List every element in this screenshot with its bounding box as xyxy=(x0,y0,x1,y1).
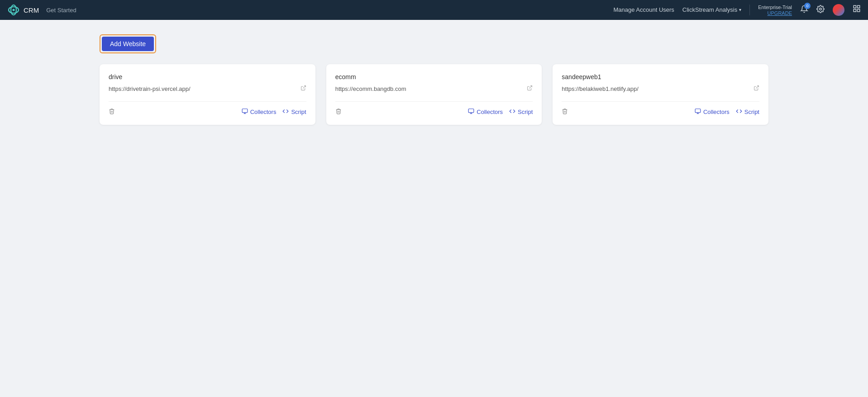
chevron-down-icon: ▾ xyxy=(739,7,741,12)
script-link[interactable]: Script xyxy=(282,108,306,116)
collectors-link[interactable]: Collectors xyxy=(468,108,503,116)
card-url-row: https://drivetrain-psi.vercel.app/ xyxy=(109,85,306,92)
card-name: drive xyxy=(109,73,306,80)
external-link-icon[interactable] xyxy=(300,85,306,92)
card-actions: Collectors Script xyxy=(335,108,533,116)
svg-point-3 xyxy=(820,8,822,10)
script-link[interactable]: Script xyxy=(509,108,533,116)
collectors-icon xyxy=(242,108,248,116)
delete-icon[interactable] xyxy=(109,108,115,116)
svg-rect-17 xyxy=(695,109,701,113)
svg-point-2 xyxy=(13,9,15,11)
collectors-icon xyxy=(695,108,701,116)
script-icon xyxy=(282,108,289,116)
card-divider xyxy=(562,101,759,102)
card-name: ecomm xyxy=(335,73,533,80)
script-label: Script xyxy=(291,109,306,115)
notification-button[interactable]: 0 xyxy=(800,5,808,15)
script-icon xyxy=(736,108,742,116)
user-avatar[interactable] xyxy=(833,4,844,16)
card-action-links: Collectors Script xyxy=(695,108,759,116)
navbar-brand: CRM xyxy=(24,6,39,14)
upgrade-link[interactable]: UPGRADE xyxy=(758,10,792,16)
card-url-row: https://ecomm.bangdb.com xyxy=(335,85,533,92)
crm-logo-icon xyxy=(7,4,20,16)
clickstream-analysis-menu[interactable]: ClickStream Analysis ▾ xyxy=(682,6,741,13)
card-action-links: Collectors Script xyxy=(468,108,533,116)
collectors-label: Collectors xyxy=(477,109,503,115)
clickstream-label: ClickStream Analysis xyxy=(682,6,737,13)
svg-rect-6 xyxy=(854,9,856,12)
external-link-icon[interactable] xyxy=(754,85,759,92)
card-actions: Collectors Script xyxy=(109,108,306,116)
trial-label: Enterprise-Trial xyxy=(758,4,792,10)
trial-info: Enterprise-Trial UPGRADE xyxy=(758,4,792,16)
website-card: ecomm https://ecomm.bangdb.com xyxy=(326,64,542,125)
navbar: CRM Get Started Manage Account Users Cli… xyxy=(0,0,868,20)
collectors-label: Collectors xyxy=(250,109,277,115)
card-name: sandeepweb1 xyxy=(562,73,759,80)
svg-line-12 xyxy=(529,86,532,89)
card-url-row: https://belakiweb1.netlify.app/ xyxy=(562,85,759,92)
delete-icon[interactable] xyxy=(562,108,568,116)
script-icon xyxy=(509,108,515,116)
navbar-right: Manage Account Users ClickStream Analysi… xyxy=(613,4,861,16)
collectors-icon xyxy=(468,108,474,116)
navbar-get-started[interactable]: Get Started xyxy=(46,7,76,14)
card-url: https://belakiweb1.netlify.app/ xyxy=(562,85,750,92)
external-link-icon[interactable] xyxy=(527,85,533,92)
settings-button[interactable] xyxy=(816,5,825,15)
website-card: drive https://drivetrain-psi.vercel.app/ xyxy=(100,64,315,125)
navbar-divider xyxy=(749,5,750,15)
svg-line-16 xyxy=(756,86,758,89)
delete-icon[interactable] xyxy=(335,108,342,116)
card-divider xyxy=(109,101,306,102)
collectors-link[interactable]: Collectors xyxy=(695,108,730,116)
svg-rect-7 xyxy=(858,9,860,12)
svg-rect-4 xyxy=(854,6,856,8)
script-label: Script xyxy=(518,109,533,115)
svg-rect-9 xyxy=(242,109,248,113)
card-url: https://ecomm.bangdb.com xyxy=(335,85,524,92)
svg-rect-13 xyxy=(468,109,474,113)
svg-line-8 xyxy=(303,86,305,89)
website-cards-grid: drive https://drivetrain-psi.vercel.app/ xyxy=(100,64,768,125)
collectors-link[interactable]: Collectors xyxy=(242,108,277,116)
main-content: Add Website drive https://drivetrain-psi… xyxy=(0,20,868,139)
card-action-links: Collectors Script xyxy=(242,108,306,116)
collectors-label: Collectors xyxy=(703,109,730,115)
apps-grid-icon[interactable] xyxy=(853,5,861,15)
script-label: Script xyxy=(744,109,759,115)
add-website-button[interactable]: Add Website xyxy=(102,37,154,51)
card-divider xyxy=(335,101,533,102)
script-link[interactable]: Script xyxy=(736,108,759,116)
svg-rect-5 xyxy=(858,6,860,8)
card-actions: Collectors Script xyxy=(562,108,759,116)
website-card: sandeepweb1 https://belakiweb1.netlify.a… xyxy=(553,64,768,125)
manage-account-users-link[interactable]: Manage Account Users xyxy=(613,6,674,13)
add-website-button-wrapper: Add Website xyxy=(100,34,156,53)
navbar-logo: CRM xyxy=(7,4,39,16)
notification-badge: 0 xyxy=(804,3,811,9)
card-url: https://drivetrain-psi.vercel.app/ xyxy=(109,85,297,92)
